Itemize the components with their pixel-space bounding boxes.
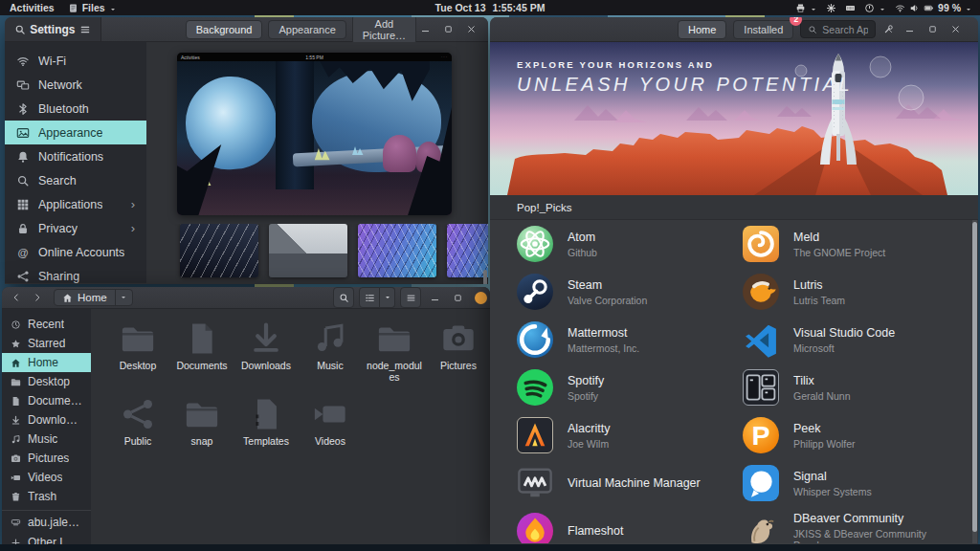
settings-sidebar-item[interactable]: Notifications — [5, 144, 146, 168]
app-row[interactable]: Virtual Machine Manager — [517, 459, 743, 507]
path-dropdown-button[interactable] — [115, 290, 132, 305]
shop-nav-button[interactable]: Home — [678, 20, 726, 39]
wallpaper-thumb-startrails[interactable] — [180, 224, 258, 277]
wallpaper-thumb-mountains[interactable] — [269, 224, 347, 277]
settings-sidebar-item[interactable]: Applications › — [5, 192, 146, 216]
file-item-label: Downloads — [241, 360, 291, 371]
search-icon — [14, 24, 26, 35]
minimize-button[interactable] — [416, 20, 434, 38]
shop-nav-button[interactable]: Installed — [733, 20, 793, 39]
maximize-button[interactable] — [924, 20, 942, 38]
settings-sidebar-item[interactable]: @ Online Accounts — [5, 240, 146, 264]
menu-button[interactable] — [400, 287, 421, 308]
scrollbar[interactable] — [972, 220, 977, 543]
files-sidebar-item[interactable]: Starred — [2, 334, 91, 353]
files-sidebar-item[interactable]: Music — [2, 430, 91, 449]
file-item[interactable]: Pictures — [427, 320, 490, 383]
settings-sidebar-item[interactable]: Network — [5, 73, 146, 97]
settings-sidebar-item[interactable]: Wi-Fi — [5, 49, 146, 73]
settings-tab[interactable]: Appearance — [268, 20, 345, 39]
minimize-button[interactable] — [901, 20, 919, 38]
settings-scrollbar[interactable] — [483, 270, 487, 284]
app-name: Peek — [793, 422, 856, 435]
files-sidebar-item[interactable]: abu.jaleel30@gm… — [2, 510, 91, 533]
app-row[interactable]: P Peek Philipp Wolfer — [743, 411, 969, 459]
menu-button[interactable] — [77, 20, 95, 38]
app-row[interactable]: Atom Github — [517, 220, 743, 268]
app-name: Meld — [793, 231, 885, 244]
close-button[interactable] — [475, 292, 487, 304]
app-menu[interactable]: Files — [68, 0, 117, 15]
settings-sidebar-item[interactable]: Privacy › — [5, 216, 146, 240]
activities-button[interactable]: Activities — [10, 0, 55, 15]
files-sidebar-item[interactable]: Recent — [2, 315, 91, 334]
settings-tab[interactable]: Background — [186, 20, 263, 39]
search-button[interactable] — [11, 20, 29, 38]
clock[interactable]: Tue Oct 13 1:55:45 PM — [435, 2, 546, 13]
updates-tools-button[interactable] — [882, 20, 894, 38]
file-item[interactable]: Documents — [170, 320, 234, 383]
settings-sidebar: Wi-Fi Network Bluetooth — [5, 42, 146, 283]
app-row[interactable]: Mattermost Mattermost, Inc. — [517, 316, 743, 364]
view-toggle-button[interactable] — [359, 287, 380, 308]
settings-sidebar-item[interactable]: Bluetooth — [5, 97, 146, 121]
back-button[interactable] — [8, 289, 25, 306]
file-item[interactable]: Templates — [234, 396, 298, 447]
file-item-label: Public — [124, 435, 152, 447]
file-item[interactable]: snap — [170, 396, 234, 447]
settings-sidebar-item[interactable]: Search — [5, 168, 146, 192]
view-options-button[interactable] — [380, 287, 395, 308]
wallpaper-thumb-partial[interactable] — [447, 224, 488, 277]
path-button[interactable]: Home — [55, 292, 115, 303]
files-sidebar-item[interactable]: Documents — [2, 391, 91, 410]
app-name: Alacritty — [568, 422, 610, 435]
folder-icon — [373, 320, 415, 357]
file-item[interactable]: Videos — [299, 396, 362, 447]
files-sidebar-item[interactable]: Downloads — [2, 410, 91, 430]
app-row[interactable]: Meld The GNOME Project — [743, 220, 969, 268]
printer-tray-button[interactable] — [795, 0, 817, 15]
files-sidebar-item[interactable]: Home — [2, 353, 91, 372]
close-button[interactable] — [947, 20, 965, 38]
app-row[interactable]: Signal Whisper Systems — [743, 459, 969, 507]
file-item[interactable]: Downloads — [234, 320, 298, 383]
files-sidebar-item[interactable]: Videos — [2, 468, 91, 487]
minimize-button[interactable] — [426, 289, 444, 307]
search-field[interactable] — [800, 20, 876, 38]
clock-icon — [11, 320, 21, 330]
settings-sidebar-item[interactable]: Appearance — [5, 121, 146, 144]
app-row[interactable]: Lutris Lutris Team — [743, 268, 969, 316]
file-item[interactable]: node_modules — [363, 320, 426, 383]
app-row[interactable]: Alacritty Joe Wilm — [517, 411, 743, 459]
app-row[interactable]: Flameshot — [517, 507, 743, 543]
file-item-label: node_modules — [367, 360, 422, 383]
keyboard-icon[interactable] — [845, 3, 856, 13]
system-menu-button[interactable] — [864, 0, 886, 15]
files-sidebar-item[interactable]: Trash — [2, 487, 91, 506]
chevron-right-icon: › — [131, 221, 135, 235]
settings-tab[interactable]: Add Picture… — [352, 17, 416, 45]
settings-sidebar-item[interactable]: Sharing — [5, 264, 146, 283]
settings-tray-icon[interactable] — [826, 3, 836, 13]
app-row[interactable]: Steam Valve Corporation — [517, 268, 743, 316]
scrollbar-thumb[interactable] — [972, 222, 977, 532]
app-row[interactable]: Spotify Spotify — [517, 364, 743, 411]
maximize-button[interactable] — [449, 289, 467, 307]
app-row[interactable]: Visual Studio Code Microsoft — [743, 316, 969, 364]
file-item[interactable]: Desktop — [106, 320, 169, 383]
sidebar-item-label: Home — [28, 356, 58, 369]
app-row[interactable]: DBeaver Community JKISS & DBeaver Commun… — [743, 507, 969, 543]
search-button[interactable] — [333, 287, 354, 308]
files-sidebar-item[interactable]: Desktop — [2, 372, 91, 391]
close-button[interactable] — [462, 20, 480, 38]
status-cluster[interactable]: 99 % — [895, 0, 972, 15]
app-row[interactable]: Tilix Gerald Nunn — [743, 364, 969, 411]
files-sidebar-item[interactable]: Pictures — [2, 449, 91, 468]
forward-button[interactable] — [29, 289, 46, 306]
wallpaper-thumb-honeycomb[interactable] — [358, 224, 436, 277]
maximize-button[interactable] — [439, 20, 457, 38]
file-item[interactable]: Music — [299, 320, 362, 383]
file-item[interactable]: Public — [106, 396, 169, 447]
music-icon — [309, 320, 351, 357]
search-input[interactable] — [822, 24, 868, 35]
